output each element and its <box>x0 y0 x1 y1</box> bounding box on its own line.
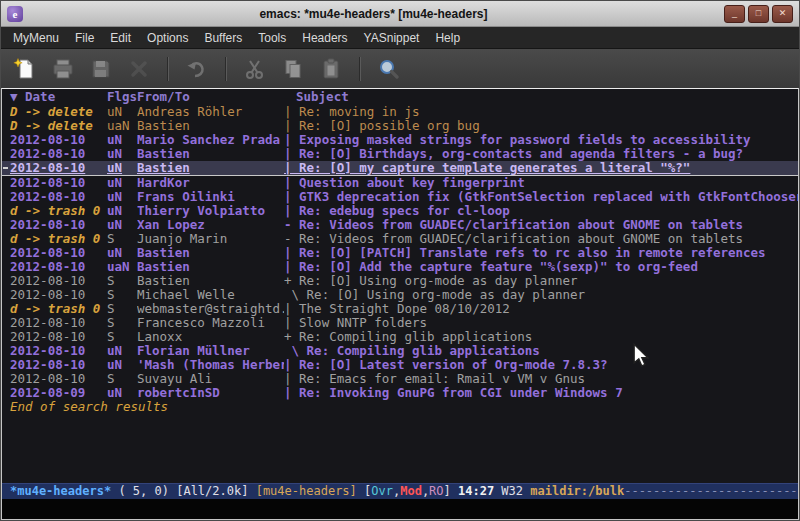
modeline-plain: W32 <box>494 484 530 499</box>
message-row[interactable]: 2012-08-09uNrobertcInSD| Re: Invoking Gn… <box>2 386 798 400</box>
toolbar <box>1 49 799 88</box>
message-row[interactable]: 2012-08-10SSuvayu Ali| Re: Emacs for ema… <box>2 372 798 386</box>
message-from: Francesco Mazzoli <box>137 316 284 330</box>
menu-buffers[interactable]: Buffers <box>196 29 250 47</box>
paste-button[interactable] <box>315 54 347 84</box>
message-row[interactable]: 2012-08-10uN'Mash (Thomas Herbert)| Re: … <box>2 358 798 372</box>
message-subject: | Slow NNTP folders <box>284 316 798 330</box>
menu-yasnippet[interactable]: YASnippet <box>356 29 428 47</box>
titlebar[interactable]: e emacs: *mu4e-headers* [mu4e-headers] _… <box>1 1 799 27</box>
save-button[interactable] <box>85 54 117 84</box>
copy-button[interactable] <box>277 54 309 84</box>
modeline-ro: RO <box>429 484 443 499</box>
message-flags: S <box>107 330 137 344</box>
message-date: 2012-08-10 <box>10 190 107 204</box>
search-button[interactable] <box>373 54 405 84</box>
message-flags: uN <box>107 218 137 232</box>
minimize-button[interactable]: _ <box>724 5 745 23</box>
sort-by-from-header[interactable]: From/To <box>137 89 284 105</box>
message-flags: uaN <box>107 119 137 133</box>
message-flags: uN <box>107 105 137 119</box>
emacs-window-icon: e <box>7 6 23 22</box>
menu-bar: MyMenuFileEditOptionsBuffersToolsHeaders… <box>1 27 799 49</box>
menu-file[interactable]: File <box>67 29 102 47</box>
menu-headers[interactable]: Headers <box>294 29 355 47</box>
message-row[interactable]: 2012-08-10uNMario Sanchez Prada| Exposin… <box>2 133 798 147</box>
minibuffer-echo-area[interactable] <box>2 499 798 519</box>
message-row[interactable]: D -> deleteuaNBastien| Re: [O] possible … <box>2 119 798 133</box>
message-row[interactable]: 2012-08-10uaNBastien| Re: [O] Add the ca… <box>2 260 798 274</box>
message-subject: | Re: moving in js <box>284 105 798 119</box>
message-row[interactable]: D -> deleteuNAndreas Röhler| Re: moving … <box>2 105 798 119</box>
message-row[interactable]: d -> trash 0Swebmaster@straightd...| The… <box>2 302 798 316</box>
message-row[interactable]: 2012-08-10uNBastien| Re: [O] my capture … <box>2 161 798 176</box>
message-row[interactable]: 2012-08-10uNBastien| Re: [O] [PATCH] Tra… <box>2 246 798 260</box>
emacs-frame: e emacs: *mu4e-headers* [mu4e-headers] _… <box>0 0 800 521</box>
message-date: 2012-08-10 <box>10 260 107 274</box>
menu-tools[interactable]: Tools <box>250 29 294 47</box>
close-x-icon <box>127 57 151 81</box>
message-row[interactable]: 2012-08-10SBastien+ Re: [O] Using org-mo… <box>2 274 798 288</box>
message-row[interactable]: 2012-08-10uNFlorian Müllner \ Re: Compil… <box>2 344 798 358</box>
toolbar-separator <box>167 57 169 81</box>
modeline-plain: ] <box>444 484 458 499</box>
modeline-mode: [mu4e-headers] <box>256 484 357 499</box>
message-from: Mario Sanchez Prada <box>137 133 284 147</box>
message-flags: S <box>107 232 137 246</box>
message-from: robertcInSD <box>137 386 284 400</box>
menu-mymenu[interactable]: MyMenu <box>5 29 67 47</box>
new-file-button[interactable] <box>9 54 41 84</box>
message-row[interactable]: 2012-08-10SMichael Welle \ Re: [O] Using… <box>2 288 798 302</box>
message-row[interactable]: 2012-08-10uNXan Lopez- Re: Videos from G… <box>2 218 798 232</box>
sort-by-date-header[interactable]: ▼ Date <box>10 89 107 105</box>
message-row[interactable]: 2012-08-10SLanoxx+ Re: Compiling glib ap… <box>2 330 798 344</box>
message-flags: S <box>107 372 137 386</box>
message-date: 2012-08-10 <box>10 372 107 386</box>
message-flags: uN <box>107 176 137 190</box>
cut-button[interactable] <box>239 54 271 84</box>
message-row[interactable]: 2012-08-10uNBastien| Re: [O] Birthdays, … <box>2 147 798 161</box>
sort-by-flags-header[interactable]: Flgs <box>107 89 137 105</box>
modeline-plain: ( 5, 0) [All/2.0k] <box>111 484 256 499</box>
message-date: 2012-08-10 <box>10 218 107 232</box>
modeline-buffer-name: *mu4e-headers* <box>10 484 111 499</box>
print-button[interactable] <box>47 54 79 84</box>
mode-line[interactable]: *mu4e-headers* ( 5, 0) [All/2.0k] [mu4e-… <box>2 483 798 499</box>
maximize-button[interactable]: □ <box>748 5 769 23</box>
message-subject: | Re: [O] possible org bug <box>284 119 798 133</box>
message-row[interactable]: 2012-08-10uNFrans Oilinki| GTK3 deprecat… <box>2 190 798 204</box>
message-row[interactable]: 2012-08-10SFrancesco Mazzoli| Slow NNTP … <box>2 316 798 330</box>
message-from: Bastien <box>137 260 284 274</box>
copy-icon <box>281 57 305 81</box>
message-flags: S <box>107 274 137 288</box>
message-date: 2012-08-10 <box>10 246 107 260</box>
message-date: D -> delete <box>10 105 107 119</box>
new-file-icon <box>13 57 37 81</box>
message-subject: | Question about key fingerprint <box>284 176 798 190</box>
modeline-plain: [ <box>357 484 371 499</box>
undo-arrow-icon <box>185 57 209 81</box>
message-from: Florian Müllner <box>137 344 284 358</box>
menu-help[interactable]: Help <box>427 29 468 47</box>
kill-buffer-button[interactable] <box>123 54 155 84</box>
modeline-maildir: maildir:/bulk <box>530 484 624 499</box>
menu-edit[interactable]: Edit <box>102 29 139 47</box>
message-flags: S <box>107 288 137 302</box>
window-title: emacs: *mu4e-headers* [mu4e-headers] <box>29 7 718 21</box>
modeline-ovr: Ovr <box>371 484 393 499</box>
undo-button[interactable] <box>181 54 213 84</box>
toolbar-separator <box>359 57 361 81</box>
message-row[interactable]: d -> trash 0uNThierry Volpiatto| Re: ede… <box>2 204 798 218</box>
message-subject: + Re: Compiling glib applications <box>284 330 798 344</box>
message-subject: | GTK3 deprecation fix (GtkFontSelection… <box>284 190 798 204</box>
message-row[interactable]: d -> trash 0SJuanjo Marin- Re: Videos fr… <box>2 232 798 246</box>
message-flags: uN <box>107 358 137 372</box>
sort-by-subject-header[interactable]: Subject <box>284 89 798 105</box>
message-row[interactable]: 2012-08-10uNHardKor| Question about key … <box>2 176 798 190</box>
menu-options[interactable]: Options <box>139 29 196 47</box>
message-subject: \ Re: Compiling glib applications <box>284 344 798 358</box>
message-flags: uN <box>107 204 137 218</box>
message-subject: \ Re: [O] Using org-mode as day planner <box>284 288 798 302</box>
close-button[interactable]: ✕ <box>772 5 793 23</box>
print-icon <box>51 57 75 81</box>
